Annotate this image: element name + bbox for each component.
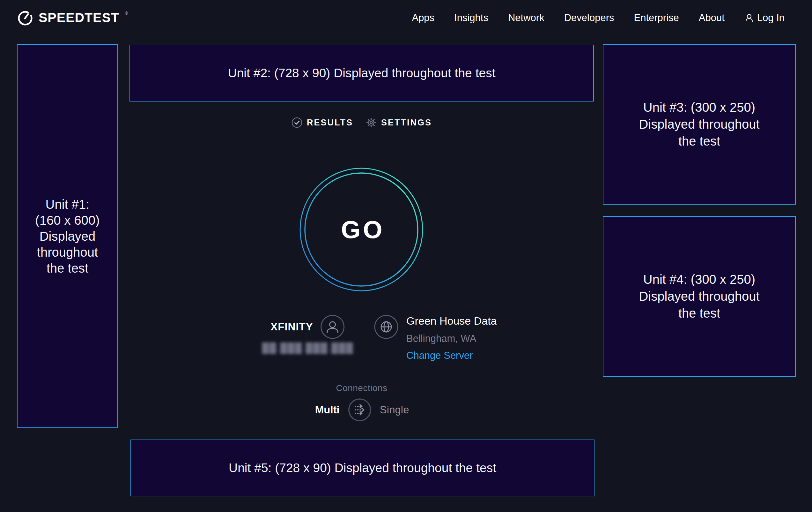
- server-info: Green House Data Bellingham, WA Change S…: [374, 315, 497, 361]
- multi-connection-toggle-icon[interactable]: [348, 398, 372, 422]
- tab-results[interactable]: RESULTS: [291, 117, 353, 128]
- ad-unit-2-text: Unit #2: (728 x 90) Displayed throughout…: [228, 66, 496, 80]
- nav-login-label: Log In: [757, 12, 785, 24]
- globe-icon: [374, 315, 399, 339]
- tab-settings[interactable]: SETTINGS: [366, 117, 432, 128]
- tab-settings-label: SETTINGS: [381, 118, 432, 128]
- connections-label: Connections: [336, 383, 387, 393]
- ad-unit-5-text: Unit #5: (728 x 90) Displayed throughout…: [229, 461, 496, 475]
- server-name: Green House Data: [406, 315, 497, 327]
- provider-name: XFINITY: [270, 321, 313, 333]
- ad-unit-3[interactable]: Unit #3: (300 x 250) Displayed throughou…: [603, 44, 796, 205]
- go-button-label: GO: [299, 167, 424, 292]
- nav-enterprise[interactable]: Enterprise: [634, 12, 679, 24]
- connections-single-option[interactable]: Single: [380, 404, 409, 416]
- ad-unit-4[interactable]: Unit #4: (300 x 250) Displayed throughou…: [603, 216, 796, 377]
- speedtest-logo[interactable]: SPEEDTEST ®: [17, 9, 128, 26]
- check-circle-icon: [291, 117, 302, 128]
- connections-toggle-row: Multi Single: [315, 398, 409, 422]
- ad-unit-2[interactable]: Unit #2: (728 x 90) Displayed throughout…: [129, 45, 594, 102]
- ad-unit-4-text: Unit #4: (300 x 250) Displayed throughou…: [639, 271, 759, 322]
- user-icon: [744, 13, 754, 23]
- ad-unit-5[interactable]: Unit #5: (728 x 90) Displayed throughout…: [130, 439, 594, 496]
- provider-info: XFINITY ██.███.███.███: [262, 315, 354, 353]
- change-server-link[interactable]: Change Server: [406, 350, 497, 361]
- go-button[interactable]: GO: [299, 167, 424, 292]
- provider-ip-redacted: ██.███.███.███: [262, 343, 354, 353]
- brand-name: SPEEDTEST: [38, 9, 119, 26]
- view-tabs: RESULTS SETTINGS: [291, 115, 432, 130]
- tab-results-label: RESULTS: [307, 118, 353, 128]
- trademark-symbol: ®: [125, 11, 128, 15]
- nav-login[interactable]: Log In: [744, 12, 785, 24]
- server-location: Bellingham, WA: [406, 332, 497, 344]
- ad-unit-1[interactable]: Unit #1: (160 x 600) Displayed throughou…: [17, 44, 118, 428]
- provider-user-icon: [320, 315, 345, 339]
- ad-unit-3-text: Unit #3: (300 x 250) Displayed throughou…: [639, 99, 759, 150]
- ad-unit-1-text: Unit #1: (160 x 600) Displayed throughou…: [35, 196, 99, 276]
- nav-about[interactable]: About: [699, 12, 725, 24]
- connections-multi-option[interactable]: Multi: [315, 404, 340, 416]
- main-content: Unit #2: (728 x 90) Displayed throughout…: [129, 0, 594, 512]
- gear-icon: [366, 117, 377, 128]
- gauge-icon: [17, 10, 33, 26]
